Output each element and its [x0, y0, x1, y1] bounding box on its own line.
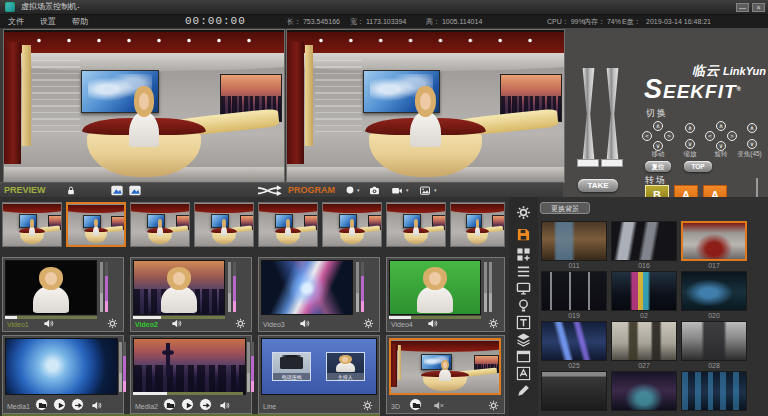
- snapshot-preview-icon[interactable]: [110, 185, 124, 196]
- video1-cell[interactable]: Video1: [2, 257, 124, 332]
- open-file-button[interactable]: [163, 398, 176, 411]
- gear-icon[interactable]: [488, 318, 499, 329]
- swap-preview-program-icon[interactable]: [255, 185, 283, 196]
- scene-thumbnail-3[interactable]: [130, 202, 190, 247]
- next-button[interactable]: [71, 398, 84, 411]
- gallery-scene-027[interactable]: [611, 321, 677, 361]
- image-dropdown-icon[interactable]: ▾: [434, 187, 437, 193]
- video1-thumbnail[interactable]: [5, 260, 97, 315]
- media1-thumbnail[interactable]: [5, 338, 118, 395]
- video2-cell[interactable]: Video2: [130, 257, 252, 332]
- video3-thumbnail[interactable]: [261, 260, 353, 315]
- scene-thumbnail-1[interactable]: [2, 202, 62, 247]
- play-button[interactable]: [53, 398, 66, 411]
- open-file-button[interactable]: [35, 398, 48, 411]
- speaker-icon[interactable]: [171, 318, 182, 329]
- move-right-button[interactable]: >: [664, 131, 674, 141]
- preview-monitor[interactable]: [3, 29, 285, 183]
- 3d-scene-cell[interactable]: 3D: [386, 335, 505, 414]
- image-output-icon[interactable]: [418, 185, 432, 196]
- snapshot-preview-alt-icon[interactable]: [128, 185, 142, 196]
- speaker-icon[interactable]: [219, 400, 230, 411]
- play-button[interactable]: [181, 398, 194, 411]
- menu-settings[interactable]: 设置: [40, 15, 56, 28]
- camcorder-icon[interactable]: [390, 185, 404, 196]
- menu-file[interactable]: 文件: [8, 15, 24, 28]
- seek-bar[interactable]: [133, 392, 243, 395]
- gear-icon[interactable]: [235, 318, 246, 329]
- gallery-scene-019[interactable]: [541, 271, 607, 311]
- top-button[interactable]: TOP: [684, 161, 712, 172]
- speaker-icon[interactable]: [427, 318, 438, 329]
- layers-icon[interactable]: [516, 332, 531, 347]
- window-frame-icon[interactable]: [516, 349, 531, 364]
- 3d-thumbnail-selected[interactable]: [389, 338, 501, 395]
- playlist-icon[interactable]: [516, 264, 531, 279]
- media2-cell[interactable]: Media2: [130, 335, 252, 414]
- save-floppy-icon[interactable]: [516, 227, 531, 242]
- gallery-scene-016[interactable]: [611, 221, 677, 261]
- scene-thumbnail-2-selected[interactable]: [66, 202, 126, 247]
- take-button[interactable]: TAKE: [578, 179, 618, 192]
- speaker-icon[interactable]: [299, 318, 310, 329]
- lock-icon[interactable]: [66, 185, 76, 196]
- media1-cell[interactable]: Media1: [2, 335, 124, 414]
- gallery-scene-011[interactable]: [541, 221, 607, 261]
- video4-thumbnail[interactable]: [389, 260, 481, 315]
- camcorder-dropdown-icon[interactable]: ▾: [406, 187, 409, 193]
- gallery-scene-row4-2[interactable]: [611, 371, 677, 411]
- display-icon[interactable]: [516, 281, 531, 296]
- text-tool-icon[interactable]: [516, 366, 531, 381]
- scene-thumbnail-5[interactable]: [258, 202, 318, 247]
- settings-gear-icon[interactable]: [516, 205, 531, 220]
- rotate-left-button[interactable]: <: [705, 131, 715, 141]
- move-up-button[interactable]: ∧: [653, 121, 663, 131]
- menu-help[interactable]: 帮助: [72, 15, 88, 28]
- zoom-out-button[interactable]: ∨: [747, 139, 757, 149]
- gallery-scene-020[interactable]: [681, 271, 747, 311]
- scene-thumbnail-6[interactable]: [322, 202, 382, 247]
- gallery-scene-row4-3[interactable]: [681, 371, 747, 411]
- gallery-scene-025[interactable]: [541, 321, 607, 361]
- speaker-icon[interactable]: [43, 318, 54, 329]
- move-left-button[interactable]: <: [642, 131, 652, 141]
- speaker-icon[interactable]: [91, 400, 102, 411]
- light-bulb-icon[interactable]: [516, 298, 531, 313]
- title-tool-icon[interactable]: [516, 315, 531, 330]
- line-thumbnail[interactable]: 电话连线 主持人: [261, 338, 377, 395]
- gear-icon[interactable]: [488, 400, 499, 411]
- gear-icon[interactable]: [363, 318, 374, 329]
- video3-cell[interactable]: Video3: [258, 257, 380, 332]
- rotate-right-button[interactable]: >: [727, 131, 737, 141]
- scene-thumbnail-8[interactable]: [450, 202, 505, 247]
- zoom-in-button[interactable]: ∧: [747, 123, 757, 133]
- reset-button[interactable]: 复位: [645, 161, 671, 172]
- program-monitor[interactable]: [286, 29, 565, 183]
- record-dropdown-icon[interactable]: ▾: [357, 187, 360, 193]
- layout-grid-icon[interactable]: [516, 247, 531, 262]
- rotate-up-button[interactable]: ∧: [716, 121, 726, 131]
- video4-cell[interactable]: Video4: [386, 257, 505, 332]
- gallery-scene-02[interactable]: [611, 271, 677, 311]
- gear-icon[interactable]: [362, 400, 373, 411]
- gear-icon[interactable]: [107, 318, 118, 329]
- video2-thumbnail[interactable]: [133, 260, 225, 315]
- line-cell[interactable]: 电话连线 主持人 Line: [258, 335, 380, 414]
- speaker-mute-icon[interactable]: [433, 400, 444, 411]
- next-button[interactable]: [199, 398, 212, 411]
- open-file-button[interactable]: [409, 398, 422, 411]
- gallery-scene-017-selected[interactable]: [681, 221, 747, 261]
- draw-pen-icon[interactable]: [516, 383, 531, 398]
- camera-snapshot-icon[interactable]: [368, 185, 381, 196]
- scale-down-button[interactable]: ∨: [685, 139, 695, 149]
- scale-up-button[interactable]: ∧: [685, 123, 695, 133]
- scene-thumbnail-7[interactable]: [386, 202, 446, 247]
- gallery-scene-row4-1[interactable]: [541, 371, 607, 411]
- media2-thumbnail[interactable]: [133, 338, 246, 395]
- close-button[interactable]: ×: [752, 3, 765, 12]
- gallery-scene-028[interactable]: [681, 321, 747, 361]
- change-background-button[interactable]: 更换背景: [540, 202, 590, 214]
- record-icon[interactable]: [345, 185, 355, 195]
- scene-thumbnail-4[interactable]: [194, 202, 254, 247]
- minimize-button[interactable]: —: [736, 3, 749, 12]
